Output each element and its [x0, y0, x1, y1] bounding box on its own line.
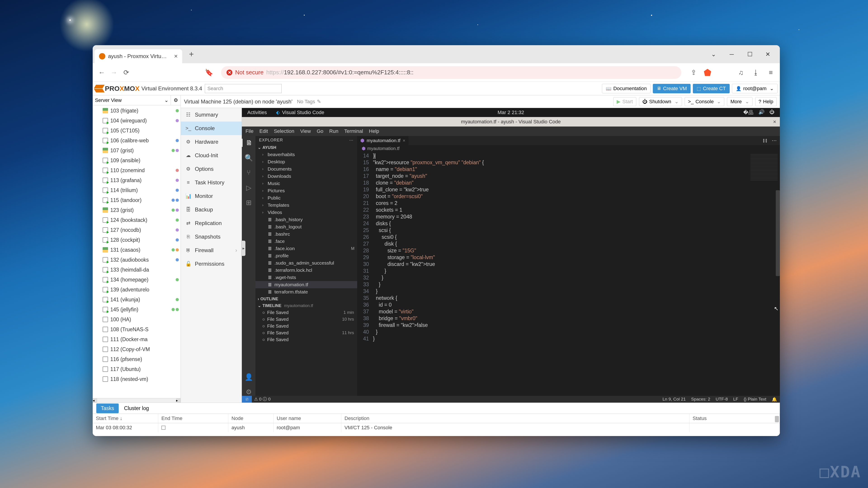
tree-item-103[interactable]: 103 (frigate)	[93, 106, 181, 116]
menu-firewall[interactable]: ⛨Firewall›	[181, 243, 242, 257]
settings-icon[interactable]: ⚙	[245, 388, 253, 396]
editor-tab[interactable]: ⬢myautomation.tf×	[357, 136, 408, 145]
encoding-status[interactable]: UTF-8	[716, 397, 728, 402]
language-status[interactable]: {} Plain Text	[744, 397, 766, 402]
music-icon[interactable]: ♫	[737, 68, 745, 77]
menu-backup[interactable]: 🗄Backup	[181, 203, 242, 217]
tree-item-124[interactable]: 124 (bookstack)	[93, 215, 181, 225]
folder-item[interactable]: ›Music	[255, 180, 357, 187]
close-icon[interactable]: ✕	[765, 51, 771, 58]
tree-item-108[interactable]: 108 (TrueNAS-S	[93, 324, 181, 334]
menu-view[interactable]: View	[300, 128, 311, 134]
timeline-header[interactable]: ⌄TIMELINEmyautomation.tf	[255, 302, 357, 309]
more-button[interactable]: More⌄	[727, 97, 752, 106]
view-selector[interactable]: Server View⌄	[93, 95, 170, 105]
file-item[interactable]: ≣.wget-hsts	[255, 274, 357, 281]
forward-icon[interactable]: →	[110, 68, 119, 77]
timeline-item[interactable]: ○File Saved	[255, 323, 357, 329]
breadcrumb[interactable]: ⬢myautomation.tf	[357, 145, 780, 152]
tree-item-116[interactable]: 116 (pfsense)	[93, 354, 181, 364]
volume-icon[interactable]: 🔊	[758, 109, 765, 116]
file-item[interactable]: ≣.face	[255, 238, 357, 245]
menu-task-history[interactable]: ≡Task History	[181, 176, 242, 189]
menu-edit[interactable]: Edit	[259, 128, 268, 134]
start-button[interactable]: ▶Start	[613, 97, 636, 106]
minimize-icon[interactable]: ─	[728, 51, 735, 58]
folder-item[interactable]: ›Downloads	[255, 173, 357, 180]
tree-item-107[interactable]: 107 (grist)	[93, 145, 181, 156]
folder-item[interactable]: ›Documents	[255, 165, 357, 173]
cluster-log-tab[interactable]: Cluster log	[120, 403, 153, 413]
maximize-icon[interactable]: ☐	[746, 51, 753, 58]
menu-console[interactable]: >_Console	[181, 122, 242, 135]
notifications-icon[interactable]: 🔔	[772, 397, 777, 402]
explorer-more-icon[interactable]: ⋯	[349, 138, 353, 142]
editor-scrollbar[interactable]	[776, 190, 780, 276]
file-item[interactable]: ≣.face.iconM	[255, 245, 357, 252]
file-item[interactable]: ≣.bash_logout	[255, 223, 357, 230]
menu-selection[interactable]: Selection	[274, 128, 294, 134]
menu-monitor[interactable]: 📊Monitor	[181, 189, 242, 203]
menu-run[interactable]: Run	[329, 128, 338, 134]
new-tab-button[interactable]: +	[189, 50, 194, 59]
menu-options[interactable]: ⚙Options	[181, 162, 242, 176]
task-row[interactable]: Mar 03 08:00:32 ayush root@pam VM/CT 125…	[93, 423, 780, 432]
account-icon[interactable]: 👤	[245, 373, 253, 381]
dropdown-icon[interactable]: ⌄	[710, 51, 717, 58]
debug-icon[interactable]: ▷	[245, 184, 253, 192]
file-item[interactable]: ≣.sudo_as_admin_successful	[255, 259, 357, 267]
file-item[interactable]: ≣.terraform.lock.hcl	[255, 267, 357, 274]
expand-handle[interactable]: ▸	[241, 240, 246, 256]
file-item[interactable]: ≣.bash_history	[255, 216, 357, 223]
create-ct-button[interactable]: ⬚Create CT	[693, 84, 730, 93]
tree-settings-icon[interactable]: ⚙	[170, 95, 181, 105]
tree-item-113[interactable]: 113 (grafana)	[93, 175, 181, 185]
documentation-button[interactable]: 📖Documentation	[602, 84, 651, 93]
tree-item-105[interactable]: 105 (CT105)	[93, 126, 181, 135]
download-icon[interactable]: ⭳	[751, 68, 761, 77]
window-close-icon[interactable]: ×	[773, 119, 776, 125]
tree-item-128[interactable]: 128 (cockpit)	[93, 235, 181, 245]
indent-status[interactable]: Spaces: 2	[691, 397, 710, 402]
menu-icon[interactable]: ≡	[766, 68, 775, 77]
search-input[interactable]: Search	[205, 84, 282, 93]
tree-item-106[interactable]: 106 (calibre-web	[93, 135, 181, 145]
timeline-item[interactable]: ○File Saved	[255, 336, 357, 343]
source-control-icon[interactable]: ⑂	[245, 168, 253, 177]
tree-item-114[interactable]: 114 (trilium)	[93, 185, 181, 195]
bookmark-icon[interactable]: 🔖	[204, 68, 213, 77]
browser-tab[interactable]: ayush - Proxmox Virtual Enviro ×	[94, 49, 182, 63]
url-input[interactable]: ✕ Not secure https://192.168.0.227:8006/…	[221, 66, 681, 79]
menu-go[interactable]: Go	[317, 128, 323, 134]
vscode-titlebar[interactable]: myautomation.tf - ayush - Visual Studio …	[242, 117, 780, 127]
folder-item[interactable]: ›Templates	[255, 201, 357, 209]
user-button[interactable]: 👤root@pam⌄	[732, 84, 778, 93]
extensions-icon[interactable]: ⊞	[245, 198, 253, 206]
folder-item[interactable]: ›Videos	[255, 209, 357, 216]
tree-item-127[interactable]: 127 (nocodb)	[93, 225, 181, 235]
tree-item-133[interactable]: 133 (heimdall-da	[93, 265, 181, 275]
menu-snapshots[interactable]: ⎘Snapshots	[181, 230, 242, 243]
file-item[interactable]: ≣.profile	[255, 252, 357, 259]
timeline-item[interactable]: ○File Saved10 hrs	[255, 316, 357, 323]
explorer-icon[interactable]: 🗎	[242, 139, 255, 147]
tree-item-134[interactable]: 134 (homepage)	[93, 275, 181, 285]
menu-terminal[interactable]: Terminal	[344, 128, 363, 134]
tags-label[interactable]: No Tags✎	[297, 99, 321, 105]
file-item[interactable]: ≣myautomation.tf	[255, 281, 357, 288]
activities-button[interactable]: Activities	[247, 109, 267, 116]
tree-item-131[interactable]: 131 (casaos)	[93, 245, 181, 255]
tree-item-118[interactable]: 118 (nested-vm)	[93, 374, 181, 384]
menu-summary[interactable]: ☷Summary	[181, 108, 242, 122]
split-icon[interactable]: ⫿⫿	[763, 138, 768, 143]
folder-item[interactable]: ›Public	[255, 194, 357, 201]
shutdown-button[interactable]: ⏻Shutdown⌄	[639, 97, 682, 106]
folder-item[interactable]: ›Desktop	[255, 158, 357, 165]
tree-item-123[interactable]: 123 (grist)	[93, 205, 181, 215]
close-tab-icon[interactable]: ×	[403, 138, 405, 143]
network-icon[interactable]: �品	[743, 109, 753, 116]
tree-item-111[interactable]: 111 (Docker-ma	[93, 334, 181, 344]
tree-item-110[interactable]: 110 (zonemind	[93, 165, 181, 175]
tree-item-145[interactable]: 145 (jellyfin)	[93, 304, 181, 315]
tree-item-141[interactable]: 141 (vikunja)	[93, 295, 181, 304]
